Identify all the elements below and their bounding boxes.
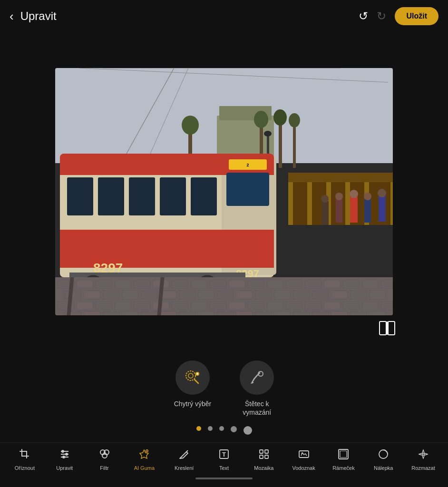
toolbar-item-oriznout[interactable]: Oříznout <box>8 448 41 471</box>
filter-icon <box>99 448 110 463</box>
svg-rect-88 <box>172 302 188 310</box>
svg-rect-7 <box>279 123 282 168</box>
oriznout-label: Oříznout <box>15 465 35 471</box>
sticker-icon <box>378 448 389 463</box>
dot-3[interactable] <box>219 426 224 431</box>
redo-button[interactable]: ↻ <box>377 10 386 23</box>
svg-rect-71 <box>179 291 195 299</box>
svg-rect-127 <box>379 195 386 222</box>
toolbar-item-ai-guma[interactable]: AI Guma <box>127 448 161 471</box>
toolbar-item-mozaika[interactable]: Mozaika <box>247 448 281 471</box>
svg-point-160 <box>301 453 302 454</box>
back-button[interactable]: ‹ <box>10 9 14 24</box>
dot-4[interactable] <box>231 426 237 432</box>
undo-button[interactable]: ↺ <box>359 10 368 23</box>
toolbar-item-filtr[interactable]: Filtr <box>88 448 121 471</box>
svg-text:2: 2 <box>246 163 249 167</box>
svg-line-134 <box>195 380 198 383</box>
svg-rect-108 <box>217 312 234 315</box>
svg-rect-157 <box>260 455 263 458</box>
svg-point-6 <box>254 111 268 128</box>
text-icon: T <box>218 448 230 463</box>
rozmazat-label: Rozmazat <box>411 465 435 471</box>
svg-rect-73 <box>217 291 234 299</box>
svg-rect-113 <box>312 312 329 315</box>
home-bar <box>195 477 253 479</box>
svg-rect-101 <box>84 312 100 315</box>
adjust-icon <box>59 448 70 463</box>
svg-rect-29 <box>191 177 217 215</box>
svg-rect-98 <box>362 302 379 310</box>
save-button[interactable]: Uložit <box>395 7 438 25</box>
svg-rect-105 <box>160 312 176 315</box>
svg-point-143 <box>65 453 68 456</box>
svg-rect-76 <box>274 291 291 299</box>
svg-rect-25 <box>67 177 93 215</box>
toolbar-item-upravit[interactable]: Upravit <box>48 448 81 471</box>
svg-rect-63 <box>362 280 379 288</box>
svg-point-124 <box>350 190 358 198</box>
svg-rect-59 <box>286 280 302 288</box>
toolbar-item-rozmazat[interactable]: Rozmazat <box>407 448 440 471</box>
svg-rect-28 <box>160 177 186 215</box>
svg-rect-58 <box>267 280 283 288</box>
svg-rect-51 <box>134 280 150 288</box>
svg-rect-84 <box>96 302 112 310</box>
svg-rect-97 <box>343 302 360 310</box>
svg-rect-121 <box>336 199 342 223</box>
chytry-vyber-icon <box>175 360 210 395</box>
svg-rect-83 <box>77 302 93 310</box>
stetec-icon <box>240 360 274 395</box>
svg-rect-110 <box>255 312 272 315</box>
tool-card-stetec[interactable]: Štětec kvymazání <box>240 360 274 417</box>
svg-line-139 <box>259 372 260 373</box>
svg-rect-155 <box>260 450 263 453</box>
svg-rect-79 <box>331 291 348 299</box>
svg-rect-86 <box>134 302 150 310</box>
svg-point-8 <box>273 109 287 126</box>
tool-card-chytry-vyber[interactable]: Chytrý výběr <box>174 360 212 417</box>
toolbar-item-kresleni[interactable]: Kreslení <box>167 448 201 471</box>
drawing-icon <box>178 448 190 463</box>
dot-2[interactable] <box>208 426 213 431</box>
dot-1[interactable] <box>196 426 201 431</box>
svg-point-145 <box>62 456 65 458</box>
crop-icon <box>19 448 30 463</box>
svg-point-132 <box>186 371 195 380</box>
compare-button[interactable] <box>379 320 396 337</box>
svg-rect-109 <box>236 312 253 315</box>
toolbar-item-nalepka[interactable]: Nálepka <box>367 448 400 471</box>
toolbar-item-rameček[interactable]: Rámeček <box>327 448 360 471</box>
image-container: 2 8297 8297 pid <box>0 32 448 351</box>
svg-rect-68 <box>122 291 138 299</box>
svg-rect-95 <box>305 302 321 310</box>
svg-rect-158 <box>265 455 268 458</box>
svg-rect-67 <box>103 291 119 299</box>
dot-5[interactable] <box>243 426 252 435</box>
svg-rect-75 <box>255 291 272 299</box>
watermark-icon <box>298 448 310 463</box>
svg-rect-99 <box>381 302 393 310</box>
svg-rect-80 <box>350 291 367 299</box>
svg-rect-78 <box>312 291 329 299</box>
svg-rect-119 <box>321 201 329 225</box>
svg-point-4 <box>182 116 199 135</box>
ai-guma-icon <box>138 448 150 463</box>
svg-rect-66 <box>84 291 100 299</box>
svg-rect-65 <box>65 291 81 299</box>
svg-rect-92 <box>248 302 264 310</box>
toolbar-item-text[interactable]: T Text <box>207 448 241 471</box>
upravit-label: Upravit <box>56 465 73 471</box>
svg-rect-89 <box>191 302 207 310</box>
svg-rect-114 <box>331 312 348 315</box>
svg-line-152 <box>186 450 188 452</box>
frame-icon <box>338 448 349 463</box>
svg-rect-93 <box>267 302 283 310</box>
svg-rect-56 <box>229 280 245 288</box>
toolbar-item-vodoznak[interactable]: Vodoznak <box>287 448 321 471</box>
svg-rect-103 <box>122 312 138 315</box>
filtr-label: Filtr <box>100 465 108 471</box>
svg-rect-162 <box>340 451 347 458</box>
photo-svg: 2 8297 8297 pid <box>55 68 393 315</box>
svg-rect-74 <box>236 291 253 299</box>
